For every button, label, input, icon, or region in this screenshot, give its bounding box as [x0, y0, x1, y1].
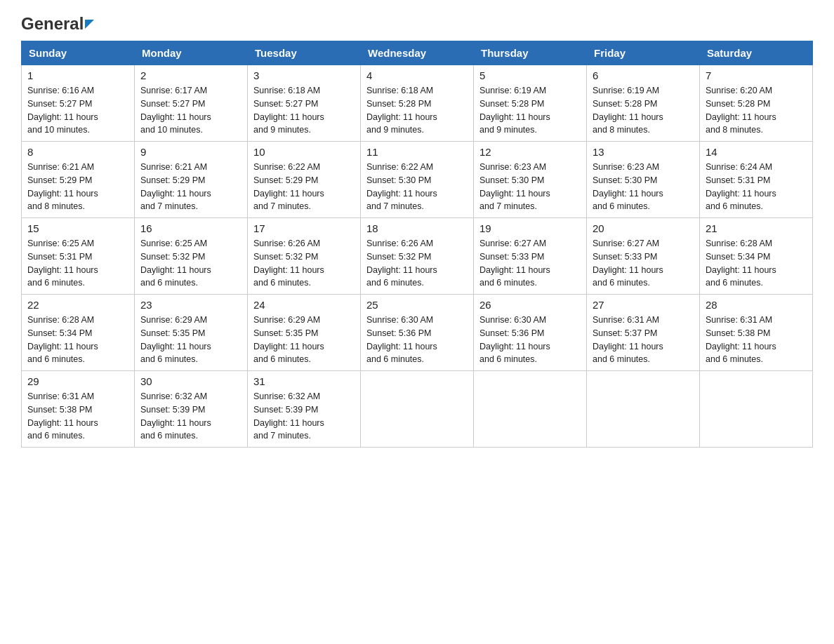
- calendar-cell: [361, 371, 474, 448]
- day-info: Sunrise: 6:28 AMSunset: 5:34 PMDaylight:…: [27, 314, 128, 366]
- calendar-cell: 28 Sunrise: 6:31 AMSunset: 5:38 PMDaylig…: [700, 295, 813, 371]
- calendar-cell: 10 Sunrise: 6:22 AMSunset: 5:29 PMDaylig…: [248, 142, 361, 218]
- day-info: Sunrise: 6:26 AMSunset: 5:32 PMDaylight:…: [253, 237, 355, 290]
- calendar-cell: 4 Sunrise: 6:18 AMSunset: 5:28 PMDayligh…: [361, 65, 474, 142]
- day-number: 21: [706, 222, 807, 234]
- calendar-cell: 1 Sunrise: 6:16 AMSunset: 5:27 PMDayligh…: [22, 65, 135, 142]
- calendar-cell: 30 Sunrise: 6:32 AMSunset: 5:39 PMDaylig…: [135, 371, 248, 448]
- calendar-cell: 12 Sunrise: 6:23 AMSunset: 5:30 PMDaylig…: [474, 142, 587, 218]
- day-of-week-header: Monday: [135, 41, 248, 65]
- day-number: 25: [366, 299, 468, 311]
- day-info: Sunrise: 6:30 AMSunset: 5:36 PMDaylight:…: [366, 314, 468, 366]
- calendar-cell: 23 Sunrise: 6:29 AMSunset: 5:35 PMDaylig…: [135, 295, 248, 371]
- day-number: 11: [366, 146, 468, 158]
- day-info: Sunrise: 6:21 AMSunset: 5:29 PMDaylight:…: [27, 161, 128, 213]
- day-number: 2: [140, 69, 241, 81]
- day-of-week-header: Sunday: [22, 41, 135, 65]
- day-info: Sunrise: 6:24 AMSunset: 5:31 PMDaylight:…: [706, 161, 807, 213]
- day-info: Sunrise: 6:29 AMSunset: 5:35 PMDaylight:…: [253, 314, 355, 366]
- day-info: Sunrise: 6:19 AMSunset: 5:28 PMDaylight:…: [479, 84, 581, 137]
- calendar-week-row: 22 Sunrise: 6:28 AMSunset: 5:34 PMDaylig…: [22, 295, 813, 371]
- calendar-cell: 11 Sunrise: 6:22 AMSunset: 5:30 PMDaylig…: [361, 142, 474, 218]
- calendar-cell: 22 Sunrise: 6:28 AMSunset: 5:34 PMDaylig…: [22, 295, 135, 371]
- calendar-cell: 5 Sunrise: 6:19 AMSunset: 5:28 PMDayligh…: [474, 65, 587, 142]
- calendar-cell: 14 Sunrise: 6:24 AMSunset: 5:31 PMDaylig…: [700, 142, 813, 218]
- day-number: 26: [479, 299, 581, 311]
- day-info: Sunrise: 6:23 AMSunset: 5:30 PMDaylight:…: [479, 161, 581, 213]
- day-number: 19: [479, 222, 581, 234]
- day-info: Sunrise: 6:27 AMSunset: 5:33 PMDaylight:…: [479, 237, 581, 290]
- day-info: Sunrise: 6:18 AMSunset: 5:28 PMDaylight:…: [366, 84, 468, 137]
- day-info: Sunrise: 6:20 AMSunset: 5:28 PMDaylight:…: [706, 84, 807, 137]
- day-number: 20: [593, 222, 694, 234]
- day-number: 27: [593, 299, 694, 311]
- day-of-week-header: Tuesday: [248, 41, 361, 65]
- day-info: Sunrise: 6:26 AMSunset: 5:32 PMDaylight:…: [366, 237, 468, 290]
- day-number: 13: [593, 146, 694, 158]
- logo: General: [21, 14, 94, 34]
- day-number: 31: [253, 375, 355, 387]
- calendar-cell: 7 Sunrise: 6:20 AMSunset: 5:28 PMDayligh…: [700, 65, 813, 142]
- calendar-cell: 16 Sunrise: 6:25 AMSunset: 5:32 PMDaylig…: [135, 218, 248, 295]
- calendar-cell: 9 Sunrise: 6:21 AMSunset: 5:29 PMDayligh…: [135, 142, 248, 218]
- day-of-week-header: Wednesday: [361, 41, 474, 65]
- day-number: 16: [140, 222, 241, 234]
- day-info: Sunrise: 6:22 AMSunset: 5:29 PMDaylight:…: [253, 161, 355, 213]
- day-number: 5: [479, 69, 581, 81]
- calendar-cell: 19 Sunrise: 6:27 AMSunset: 5:33 PMDaylig…: [474, 218, 587, 295]
- day-info: Sunrise: 6:19 AMSunset: 5:28 PMDaylight:…: [593, 84, 694, 137]
- calendar-cell: 26 Sunrise: 6:30 AMSunset: 5:36 PMDaylig…: [474, 295, 587, 371]
- calendar-cell: 17 Sunrise: 6:26 AMSunset: 5:32 PMDaylig…: [248, 218, 361, 295]
- day-number: 7: [706, 69, 807, 81]
- day-number: 4: [366, 69, 468, 81]
- calendar-cell: 29 Sunrise: 6:31 AMSunset: 5:38 PMDaylig…: [22, 371, 135, 448]
- calendar-cell: 6 Sunrise: 6:19 AMSunset: 5:28 PMDayligh…: [587, 65, 700, 142]
- calendar-cell: 20 Sunrise: 6:27 AMSunset: 5:33 PMDaylig…: [587, 218, 700, 295]
- calendar-cell: 25 Sunrise: 6:30 AMSunset: 5:36 PMDaylig…: [361, 295, 474, 371]
- day-info: Sunrise: 6:27 AMSunset: 5:33 PMDaylight:…: [593, 237, 694, 290]
- day-number: 22: [27, 299, 128, 311]
- day-of-week-header: Friday: [587, 41, 700, 65]
- calendar-cell: 21 Sunrise: 6:28 AMSunset: 5:34 PMDaylig…: [700, 218, 813, 295]
- day-number: 9: [140, 146, 241, 158]
- day-info: Sunrise: 6:18 AMSunset: 5:27 PMDaylight:…: [253, 84, 355, 137]
- calendar-table: SundayMondayTuesdayWednesdayThursdayFrid…: [21, 41, 813, 448]
- calendar-cell: 15 Sunrise: 6:25 AMSunset: 5:31 PMDaylig…: [22, 218, 135, 295]
- day-info: Sunrise: 6:17 AMSunset: 5:27 PMDaylight:…: [140, 84, 241, 137]
- calendar-cell: [474, 371, 587, 448]
- calendar-cell: 24 Sunrise: 6:29 AMSunset: 5:35 PMDaylig…: [248, 295, 361, 371]
- calendar-week-row: 29 Sunrise: 6:31 AMSunset: 5:38 PMDaylig…: [22, 371, 813, 448]
- day-info: Sunrise: 6:16 AMSunset: 5:27 PMDaylight:…: [27, 84, 128, 137]
- day-info: Sunrise: 6:32 AMSunset: 5:39 PMDaylight:…: [140, 390, 241, 443]
- calendar-cell: 3 Sunrise: 6:18 AMSunset: 5:27 PMDayligh…: [248, 65, 361, 142]
- day-number: 10: [253, 146, 355, 158]
- day-number: 24: [253, 299, 355, 311]
- day-number: 23: [140, 299, 241, 311]
- day-info: Sunrise: 6:31 AMSunset: 5:38 PMDaylight:…: [27, 390, 128, 443]
- calendar-cell: 27 Sunrise: 6:31 AMSunset: 5:37 PMDaylig…: [587, 295, 700, 371]
- logo-general-text: General: [21, 14, 84, 34]
- calendar-cell: 2 Sunrise: 6:17 AMSunset: 5:27 PMDayligh…: [135, 65, 248, 142]
- calendar-cell: [587, 371, 700, 448]
- day-info: Sunrise: 6:30 AMSunset: 5:36 PMDaylight:…: [479, 314, 581, 366]
- day-info: Sunrise: 6:23 AMSunset: 5:30 PMDaylight:…: [593, 161, 694, 213]
- day-info: Sunrise: 6:21 AMSunset: 5:29 PMDaylight:…: [140, 161, 241, 213]
- day-number: 15: [27, 222, 128, 234]
- calendar-cell: 13 Sunrise: 6:23 AMSunset: 5:30 PMDaylig…: [587, 142, 700, 218]
- day-info: Sunrise: 6:25 AMSunset: 5:31 PMDaylight:…: [27, 237, 128, 290]
- day-number: 14: [706, 146, 807, 158]
- day-info: Sunrise: 6:31 AMSunset: 5:37 PMDaylight:…: [593, 314, 694, 366]
- day-number: 18: [366, 222, 468, 234]
- day-number: 17: [253, 222, 355, 234]
- day-number: 8: [27, 146, 128, 158]
- day-number: 3: [253, 69, 355, 81]
- calendar-week-row: 15 Sunrise: 6:25 AMSunset: 5:31 PMDaylig…: [22, 218, 813, 295]
- day-number: 28: [706, 299, 807, 311]
- calendar-cell: 8 Sunrise: 6:21 AMSunset: 5:29 PMDayligh…: [22, 142, 135, 218]
- day-number: 6: [593, 69, 694, 81]
- day-number: 12: [479, 146, 581, 158]
- day-number: 1: [27, 69, 128, 81]
- calendar-week-row: 1 Sunrise: 6:16 AMSunset: 5:27 PMDayligh…: [22, 65, 813, 142]
- calendar-cell: [700, 371, 813, 448]
- day-number: 30: [140, 375, 241, 387]
